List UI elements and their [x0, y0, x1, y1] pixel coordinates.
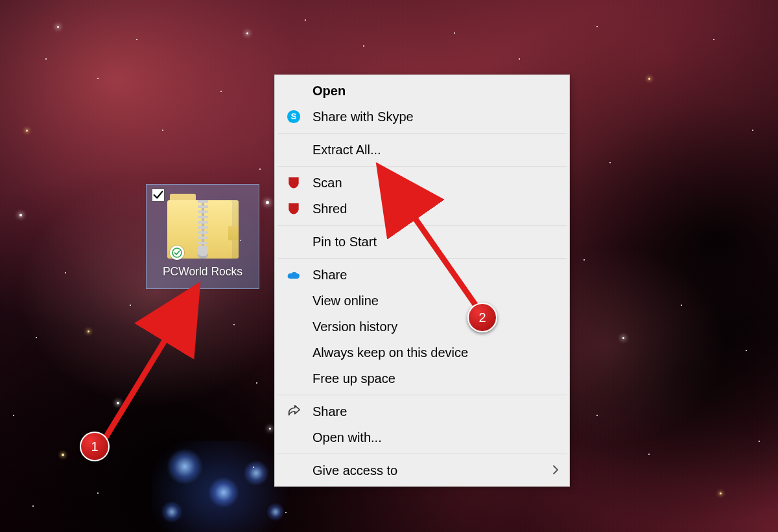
menu-give-access-to[interactable]: Give access to [276, 457, 568, 483]
annotation-number: 1 [91, 439, 98, 454]
menu-shred[interactable]: Shred [276, 196, 568, 222]
menu-view-online[interactable]: View online [276, 288, 568, 314]
zip-folder-icon [167, 194, 239, 259]
skype-icon: S [285, 108, 302, 125]
menu-label: Shred [312, 202, 347, 216]
menu-label: Free up space [312, 371, 395, 386]
menu-separator [277, 454, 567, 454]
context-menu: Open S Share with Skype Extract All... S… [274, 75, 570, 487]
menu-label: View online [312, 294, 379, 308]
menu-open-with[interactable]: Open with... [276, 424, 568, 450]
mcafee-shield-icon [285, 174, 302, 191]
menu-label: Open [312, 84, 346, 98]
menu-label: Open with... [312, 430, 382, 445]
menu-separator [277, 166, 567, 167]
menu-separator [277, 258, 567, 259]
onedrive-sync-badge-icon [170, 246, 184, 260]
selection-checkbox[interactable] [152, 189, 165, 202]
menu-label: Give access to [312, 463, 397, 478]
menu-separator [277, 133, 567, 133]
menu-label: Always keep on this device [312, 345, 468, 360]
svg-text:S: S [291, 111, 297, 121]
menu-extract-all[interactable]: Extract All... [276, 137, 568, 163]
onedrive-cloud-icon [285, 266, 302, 283]
svg-point-0 [172, 248, 182, 257]
desktop-zip-file[interactable]: PCWorld Rocks [146, 184, 259, 289]
share-arrow-icon [285, 403, 302, 420]
menu-onedrive-share[interactable]: Share [276, 262, 568, 288]
annotation-badge-1: 1 [80, 432, 110, 461]
submenu-chevron-icon [552, 463, 559, 478]
desktop-icon-label: PCWorld Rocks [163, 265, 242, 279]
menu-label: Share [312, 404, 347, 419]
menu-share-skype[interactable]: S Share with Skype [276, 104, 568, 130]
menu-label: Share with Skype [312, 110, 414, 124]
menu-label: Extract All... [312, 143, 381, 157]
menu-label: Share [312, 268, 347, 283]
menu-scan[interactable]: Scan [276, 170, 568, 196]
menu-free-up-space[interactable]: Free up space [276, 365, 568, 391]
menu-version-history[interactable]: Version history [276, 314, 568, 340]
menu-label: Scan [312, 176, 342, 191]
menu-pin-to-start[interactable]: Pin to Start [276, 229, 568, 255]
menu-label: Pin to Start [312, 235, 377, 249]
menu-share[interactable]: Share [276, 399, 568, 424]
annotation-number: 2 [478, 310, 486, 325]
mcafee-shield-icon [285, 200, 302, 217]
menu-separator [277, 395, 567, 395]
menu-separator [277, 225, 567, 226]
menu-open[interactable]: Open [276, 78, 568, 104]
menu-always-keep[interactable]: Always keep on this device [276, 340, 568, 365]
annotation-badge-2: 2 [467, 303, 497, 332]
menu-label: Version history [312, 319, 397, 334]
